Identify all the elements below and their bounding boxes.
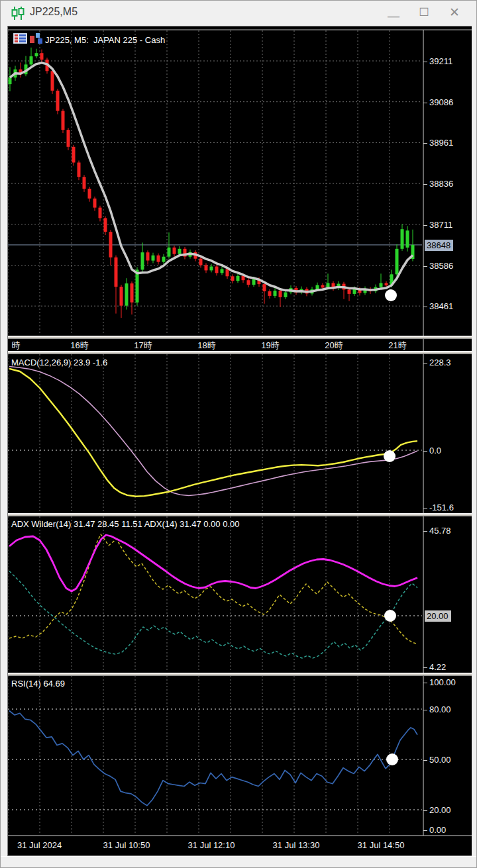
current-price-label: 38648: [425, 240, 453, 251]
scale-tick-label: 38961: [429, 138, 453, 148]
date-label: 31 Jul 12:10: [188, 840, 235, 850]
tick-chart-icon[interactable]: [29, 33, 43, 46]
axis-tick: [423, 683, 427, 683]
axis-tick: [423, 710, 427, 710]
close-button[interactable]: ✕: [445, 3, 464, 22]
axis-tick: [423, 531, 427, 532]
rsi-panel-title: RSI(14) 64.69: [11, 679, 65, 689]
scale-tick-label: 50.00: [429, 755, 451, 765]
macd-lines: [9, 367, 417, 497]
hour-label: 18時: [197, 340, 215, 352]
axis-tick: [423, 363, 427, 363]
axis-tick: [423, 810, 427, 811]
macd-panel-title: MACD(12,26,9) 23.9 -1.6: [11, 358, 107, 367]
rsi-line: [9, 711, 417, 806]
axis-tick: [423, 62, 427, 62]
minimize-button[interactable]: —: [384, 3, 403, 22]
candles: [9, 48, 415, 318]
time-scale-dates[interactable]: 31 Jul 202431 Jul 10:5031 Jul 12:1031 Ju…: [8, 838, 422, 853]
chart-area[interactable]: JP225, M5: JAPAN 225 - Cash MACD(12,26,9…: [7, 26, 473, 856]
axis-tick: [423, 184, 427, 185]
symbol-header: JP225, M5: JAPAN 225 - Cash: [45, 35, 165, 45]
axis-tick: [423, 307, 427, 307]
panel-divider[interactable]: [8, 673, 472, 676]
date-label: 31 Jul 13:30: [273, 840, 320, 850]
scale-tick-label: 38711: [429, 220, 452, 230]
candlestick-chart-icon: [10, 5, 26, 21]
axis-tick: [423, 760, 427, 761]
scale-tick-label: 100.00: [429, 677, 456, 687]
ma-line: [10, 63, 413, 292]
maximize-button[interactable]: ☐: [414, 3, 434, 22]
scale-tick-label: 39211: [429, 56, 452, 66]
axis-tick: [423, 266, 427, 267]
chart-canvas[interactable]: [8, 26, 472, 855]
axis-tick: [423, 508, 427, 508]
window-right-edge: [472, 26, 476, 856]
axis-tick: [423, 225, 427, 226]
hour-label: 21時: [388, 340, 406, 352]
scale-tick-label: 0.00: [429, 825, 446, 835]
scale-tick-label: 38586: [429, 261, 453, 271]
marker-dots: [384, 289, 398, 765]
panel-divider[interactable]: [8, 513, 472, 516]
hour-label: 16時: [70, 340, 88, 352]
axis-tick: [423, 103, 427, 103]
adx-lines: [9, 534, 417, 658]
hour-label: 20時: [325, 340, 343, 352]
quotes-table-icon[interactable]: [13, 33, 27, 46]
window-title: JP225,M5: [30, 6, 78, 18]
grid: [8, 30, 422, 835]
axis-tick: [423, 830, 427, 831]
date-label: 31 Jul 2024: [17, 840, 62, 850]
scale-tick-label: 0.0: [429, 446, 441, 456]
date-label: 31 Jul 14:50: [358, 840, 405, 850]
scale-tick-label: 45.78: [429, 526, 451, 536]
scale-tick-label: 39086: [429, 97, 453, 107]
scale-tick-label: 20.00: [429, 805, 451, 815]
adx-panel-title: ADX Wilder(14) 31.47 28.45 11.51 ADX(14)…: [11, 519, 239, 529]
date-label: 31 Jul 10:50: [103, 840, 150, 850]
scale-tick-label: -151.6: [429, 503, 454, 512]
axis-tick: [423, 451, 427, 452]
time-scale-hours[interactable]: 時16時17時18時19時20時21時: [8, 340, 422, 351]
panel-divider[interactable]: [8, 336, 472, 339]
price-scale[interactable]: [423, 30, 472, 839]
scale-tick-label: 80.00: [429, 704, 451, 714]
chart-window: JP225,M5 — ☐ ✕ JP225, M5: JAPAN 225 - Ca…: [0, 0, 477, 868]
scale-tick-label: 228.3: [429, 358, 451, 367]
axis-tick: [423, 667, 427, 668]
adx-level-label: 20.00: [425, 610, 451, 622]
window-bottom-edge: [1, 856, 477, 868]
hour-label: 19時: [261, 340, 279, 352]
hour-label: 17時: [134, 340, 152, 352]
scale-tick-label: 38836: [429, 179, 453, 189]
scale-tick-label: 38461: [429, 301, 453, 311]
titlebar[interactable]: JP225,M5 — ☐ ✕: [1, 1, 476, 25]
hour-label: 時: [12, 340, 21, 352]
scale-tick-label: 4.22: [429, 662, 446, 672]
axis-tick: [423, 143, 427, 144]
